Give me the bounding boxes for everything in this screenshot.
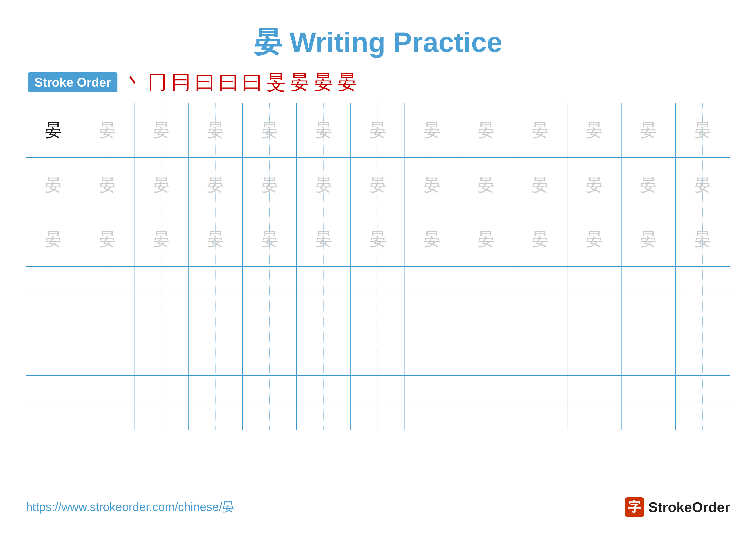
grid-cell-4-9[interactable] bbox=[459, 267, 513, 321]
grid-cell-4-6[interactable] bbox=[297, 267, 351, 321]
grid-cell-4-3[interactable] bbox=[134, 267, 189, 321]
grid-cell-3-2[interactable]: 晏 bbox=[80, 212, 134, 266]
grid-cell-2-11[interactable]: 晏 bbox=[567, 158, 622, 212]
grid-cell-5-8[interactable] bbox=[405, 321, 459, 375]
grid-cell-6-11[interactable] bbox=[567, 376, 622, 430]
grid-cell-1-1[interactable]: 晏 bbox=[26, 103, 80, 157]
grid-cell-5-1[interactable] bbox=[26, 321, 80, 375]
logo-icon: 字 bbox=[625, 497, 644, 517]
stroke-steps: 丶 冂 冃 曰 曰 曰 旻 晏 晏 晏 bbox=[124, 73, 357, 92]
grid-cell-3-1[interactable]: 晏 bbox=[26, 212, 80, 266]
char-light: 晏 bbox=[44, 231, 62, 248]
grid-cell-6-12[interactable] bbox=[622, 376, 676, 430]
grid-cell-2-12[interactable]: 晏 bbox=[622, 158, 676, 212]
grid-cell-2-3[interactable]: 晏 bbox=[134, 158, 189, 212]
grid-cell-5-3[interactable] bbox=[134, 321, 189, 375]
grid-cell-6-13[interactable] bbox=[676, 376, 730, 430]
title-char: 晏 bbox=[254, 27, 282, 58]
char-light: 晏 bbox=[153, 231, 170, 248]
grid-row-2: 晏 晏 晏 晏 晏 晏 晏 晏 晏 晏 晏 晏 晏 bbox=[26, 158, 730, 212]
grid-cell-4-13[interactable] bbox=[676, 267, 730, 321]
grid-cell-5-12[interactable] bbox=[622, 321, 676, 375]
grid-cell-5-9[interactable] bbox=[459, 321, 513, 375]
grid-cell-6-4[interactable] bbox=[189, 376, 243, 430]
grid-cell-5-5[interactable] bbox=[243, 321, 297, 375]
grid-cell-1-6[interactable]: 晏 bbox=[297, 103, 351, 157]
grid-cell-6-9[interactable] bbox=[459, 376, 513, 430]
stroke-order-row: Stroke Order 丶 冂 冃 曰 曰 曰 旻 晏 晏 晏 bbox=[26, 72, 730, 92]
grid-cell-3-4[interactable]: 晏 bbox=[189, 212, 243, 266]
grid-cell-6-2[interactable] bbox=[80, 376, 134, 430]
grid-cell-3-12[interactable]: 晏 bbox=[622, 212, 676, 266]
grid-cell-3-3[interactable]: 晏 bbox=[134, 212, 189, 266]
grid-cell-3-6[interactable]: 晏 bbox=[297, 212, 351, 266]
grid-cell-3-5[interactable]: 晏 bbox=[243, 212, 297, 266]
grid-cell-2-1[interactable]: 晏 bbox=[26, 158, 80, 212]
grid-cell-4-5[interactable] bbox=[243, 267, 297, 321]
grid-cell-2-7[interactable]: 晏 bbox=[351, 158, 405, 212]
grid-cell-5-13[interactable] bbox=[676, 321, 730, 375]
grid-cell-6-1[interactable] bbox=[26, 376, 80, 430]
page: 晏 Writing Practice Stroke Order 丶 冂 冃 曰 … bbox=[0, 0, 756, 534]
grid-cell-1-5[interactable]: 晏 bbox=[243, 103, 297, 157]
grid-cell-5-7[interactable] bbox=[351, 321, 405, 375]
grid-cell-2-4[interactable]: 晏 bbox=[189, 158, 243, 212]
grid-cell-4-7[interactable] bbox=[351, 267, 405, 321]
grid-cell-4-11[interactable] bbox=[567, 267, 622, 321]
grid-cell-3-7[interactable]: 晏 bbox=[351, 212, 405, 266]
grid-cell-4-2[interactable] bbox=[80, 267, 134, 321]
grid-cell-4-1[interactable] bbox=[26, 267, 80, 321]
char-light: 晏 bbox=[640, 231, 657, 248]
char-light: 晏 bbox=[369, 122, 387, 139]
grid-cell-3-11[interactable]: 晏 bbox=[567, 212, 622, 266]
grid-cell-2-9[interactable]: 晏 bbox=[459, 158, 513, 212]
grid-cell-6-6[interactable] bbox=[297, 376, 351, 430]
grid-cell-3-13[interactable]: 晏 bbox=[676, 212, 730, 266]
grid-cell-2-2[interactable]: 晏 bbox=[80, 158, 134, 212]
grid-cell-2-10[interactable]: 晏 bbox=[513, 158, 567, 212]
char-light: 晏 bbox=[531, 122, 549, 139]
grid-cell-5-4[interactable] bbox=[189, 321, 243, 375]
grid-cell-5-2[interactable] bbox=[80, 321, 134, 375]
grid-cell-5-6[interactable] bbox=[297, 321, 351, 375]
char-light: 晏 bbox=[477, 231, 495, 248]
logo-name: StrokeOrder bbox=[648, 499, 730, 515]
grid-cell-5-10[interactable] bbox=[513, 321, 567, 375]
grid-cell-3-9[interactable]: 晏 bbox=[459, 212, 513, 266]
grid-cell-1-8[interactable]: 晏 bbox=[405, 103, 459, 157]
char-light: 晏 bbox=[694, 231, 711, 248]
grid-cell-4-12[interactable] bbox=[622, 267, 676, 321]
grid-cell-1-12[interactable]: 晏 bbox=[622, 103, 676, 157]
grid-cell-1-13[interactable]: 晏 bbox=[676, 103, 730, 157]
grid-cell-2-13[interactable]: 晏 bbox=[676, 158, 730, 212]
grid-row-4 bbox=[26, 267, 730, 321]
char-light: 晏 bbox=[477, 122, 495, 139]
grid-cell-1-4[interactable]: 晏 bbox=[189, 103, 243, 157]
grid-cell-2-5[interactable]: 晏 bbox=[243, 158, 297, 212]
grid-cell-2-6[interactable]: 晏 bbox=[297, 158, 351, 212]
footer-url[interactable]: https://www.strokeorder.com/chinese/晏 bbox=[26, 499, 234, 515]
page-title: 晏 Writing Practice bbox=[254, 27, 502, 58]
grid-cell-6-10[interactable] bbox=[513, 376, 567, 430]
grid-cell-3-8[interactable]: 晏 bbox=[405, 212, 459, 266]
grid-cell-6-3[interactable] bbox=[134, 376, 189, 430]
char-light: 晏 bbox=[207, 176, 224, 193]
grid-cell-4-8[interactable] bbox=[405, 267, 459, 321]
grid-cell-1-2[interactable]: 晏 bbox=[80, 103, 134, 157]
grid-cell-1-3[interactable]: 晏 bbox=[134, 103, 189, 157]
grid-cell-4-10[interactable] bbox=[513, 267, 567, 321]
char-light: 晏 bbox=[99, 122, 116, 139]
grid-cell-1-7[interactable]: 晏 bbox=[351, 103, 405, 157]
grid-cell-5-11[interactable] bbox=[567, 321, 622, 375]
grid-cell-6-5[interactable] bbox=[243, 376, 297, 430]
grid-cell-3-10[interactable]: 晏 bbox=[513, 212, 567, 266]
grid-cell-1-11[interactable]: 晏 bbox=[567, 103, 622, 157]
stroke-step-5: 曰 bbox=[219, 73, 238, 92]
grid-cell-4-4[interactable] bbox=[189, 267, 243, 321]
footer: https://www.strokeorder.com/chinese/晏 字 … bbox=[26, 497, 730, 517]
grid-cell-6-7[interactable] bbox=[351, 376, 405, 430]
grid-cell-6-8[interactable] bbox=[405, 376, 459, 430]
grid-cell-1-10[interactable]: 晏 bbox=[513, 103, 567, 157]
grid-cell-2-8[interactable]: 晏 bbox=[405, 158, 459, 212]
grid-cell-1-9[interactable]: 晏 bbox=[459, 103, 513, 157]
